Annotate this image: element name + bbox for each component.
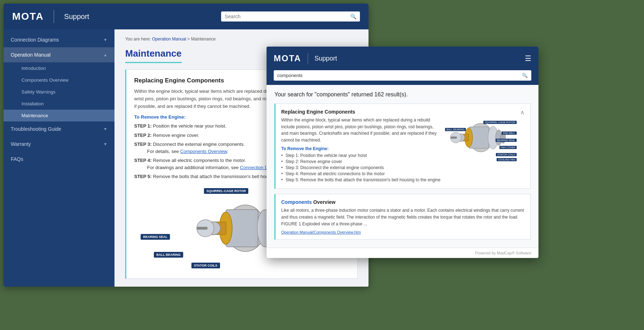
sidebar-item-maintenance[interactable]: Maintenance — [4, 110, 114, 121]
sidebar-item-troubleshooting[interactable]: Troubleshooting Guide ▼ — [4, 121, 114, 137]
step-1-label: STEP 1: — [134, 123, 153, 129]
sidebar-item-label: Connection Diagrams — [11, 37, 59, 43]
sidebar-item-label: Maintenance — [21, 113, 48, 118]
logo: MOTA — [12, 11, 44, 22]
label-bearing-seal: BEARING SEAL — [141, 234, 170, 240]
label-ballbearing-container: BALL BEARING — [154, 252, 183, 258]
search-bar-row: 🔍 — [267, 70, 538, 85]
sidebar-item-installation[interactable]: Installation — [4, 98, 114, 110]
sidebar-item-label: Troubleshooting Guide — [11, 126, 61, 132]
breadcrumb-link-operation-manual[interactable]: Operation Manual — [152, 37, 186, 42]
result-2-title: Components Overview — [281, 199, 525, 205]
result-2-link[interactable]: Operation Manual/Components Overview.htm — [281, 230, 525, 234]
result-2-title-highlight: Components — [281, 199, 312, 205]
sidebar-item-safety-warnings[interactable]: Safety Warnings — [4, 86, 114, 98]
sidebar-item-faqs[interactable]: FAQs — [4, 152, 114, 167]
label-rotor: SQUIRREL-CAGE ROTOR — [204, 188, 248, 194]
sidebar-item-label: Components Overview — [21, 77, 69, 83]
step-1-text: Position the vehicle near your hoist. — [153, 123, 226, 129]
page-title: Maintenance — [125, 48, 182, 63]
main-header: MOTA Support 🔍 — [4, 4, 369, 29]
breadcrumb-prefix: You are here: — [125, 37, 151, 42]
step-2-label: STEP 2: — [134, 133, 153, 138]
step-5-label: STEP 5: — [134, 174, 153, 179]
result-step-5: Step 5: Remove the bolts that attach the… — [281, 177, 517, 182]
step-2-text: Remove engine cover. — [153, 133, 199, 138]
chevron-down-icon: ▼ — [103, 142, 107, 146]
svg-rect-18 — [450, 137, 457, 139]
step-4-text: Remove all electric components to the mo… — [153, 158, 246, 163]
sidebar-item-operation-manual[interactable]: Operation Manual ▲ — [4, 47, 114, 62]
sidebar-item-label: Safety Warnings — [21, 89, 55, 95]
result-2-title-rest: Overview — [312, 199, 336, 205]
svg-rect-8 — [197, 227, 208, 230]
sidebar-item-label: Installation — [21, 101, 44, 106]
chevron-up-icon: ▲ — [103, 53, 107, 57]
sidebar: Connection Diagrams ▼ Operation Manual ▲… — [4, 29, 114, 287]
search-header-title: Support — [314, 55, 337, 62]
result-step-4: Step 4: Remove all electric connections … — [281, 171, 517, 176]
results-summary: Your search for "components" returned 16… — [274, 91, 531, 98]
search-logo: MOTA — [274, 53, 301, 63]
search-header-divider — [308, 53, 308, 64]
step-4-label: STEP 4: — [134, 158, 153, 163]
label-bearingseal-container: BEARING SEAL — [141, 234, 170, 240]
sidebar-item-label: Operation Manual — [11, 52, 50, 58]
chevron-down-icon: ▼ — [103, 38, 107, 42]
result-step-3: Step 3: Disconnect the external engine c… — [281, 165, 517, 170]
hamburger-icon[interactable]: ☰ — [525, 54, 531, 63]
label-stator-container: STATOR COILS — [191, 263, 220, 268]
search-powered-by: Powered by MadCap® Software — [475, 251, 531, 255]
mini-label-endbell: END BELL — [502, 131, 517, 135]
label-stator-coils: STATOR COILS — [191, 263, 220, 268]
search-box[interactable]: 🔍 — [221, 11, 360, 21]
result-step-2: Step 2: Remove engine cover — [281, 159, 517, 164]
search-icon[interactable]: 🔍 — [350, 14, 356, 19]
result-1-main: Replacing Engine Components — [281, 109, 517, 183]
breadcrumb: You are here: Operation Manual > Mainten… — [125, 37, 358, 42]
collapse-icon[interactable]: ∧ — [520, 109, 525, 116]
mini-label-fancover: FAN COVER — [499, 146, 517, 149]
sidebar-item-label: FAQs — [11, 156, 23, 162]
sidebar-item-components-overview[interactable]: Components Overview — [4, 74, 114, 86]
sidebar-item-warranty[interactable]: Warranty ▼ — [4, 137, 114, 152]
breadcrumb-current: Maintenance — [191, 37, 216, 42]
powered-by: Powered by MadCap® Software — [125, 286, 358, 287]
label-rotor-container: SQUIRREL-CAGE ROTOR — [204, 188, 248, 194]
result-card-1: Replacing Engine Components — [274, 104, 531, 189]
result-2-body: Like all motors, a three-phase induction… — [281, 207, 525, 227]
search-results-body: Your search for "components" returned 16… — [267, 85, 538, 248]
result-step-1: Step 1: Position the vehicle near your h… — [281, 153, 517, 158]
result-1-title: Replacing Engine Components — [281, 109, 517, 115]
mini-label-bearingseal: BEARING SEAL — [496, 139, 517, 142]
sidebar-item-connection-diagrams[interactable]: Connection Diagrams ▼ — [4, 32, 114, 47]
mini-label-ballbearing: BALL BEARING — [445, 128, 466, 131]
logo-divider — [54, 10, 54, 23]
sidebar-item-label: Warranty — [11, 141, 31, 147]
search-footer: Powered by MadCap® Software — [267, 248, 538, 258]
result-1-steps: Step 1: Position the vehicle near your h… — [281, 153, 517, 182]
step-3-text: Disconnect the external engine component… — [153, 142, 245, 147]
search-bar-inner: 🔍 — [274, 70, 531, 81]
search-bar-input[interactable] — [277, 73, 522, 78]
search-window: MOTA Support ☰ 🔍 Your search for "compon… — [267, 47, 538, 258]
search-input[interactable] — [225, 14, 350, 19]
label-ball-bearing: BALL BEARING — [154, 252, 183, 258]
chevron-down-icon: ▼ — [103, 127, 107, 131]
search-header: MOTA Support ☰ — [267, 47, 538, 70]
sidebar-sub-items: Introduction Components Overview Safety … — [4, 62, 114, 121]
breadcrumb-separator: > — [187, 37, 191, 42]
sidebar-item-label: Introduction — [21, 66, 46, 71]
mini-label-rotor: SQUIRREL-CAGE ROTOR — [483, 121, 517, 124]
result-card-2: Components Overview Like all motors, a t… — [274, 194, 531, 240]
sidebar-item-introduction[interactable]: Introduction — [4, 62, 114, 74]
step-3-label: STEP 3: — [134, 142, 153, 147]
search-submit-icon[interactable]: 🔍 — [522, 73, 528, 78]
header-support-label: Support — [64, 13, 89, 21]
components-overview-link[interactable]: Components Overview — [180, 149, 227, 154]
